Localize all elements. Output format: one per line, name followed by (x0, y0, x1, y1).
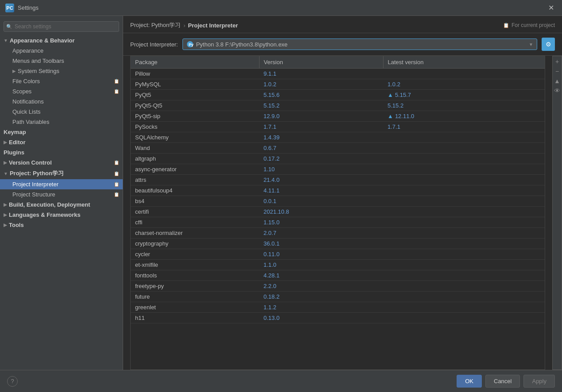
sidebar-item-editor[interactable]: ▶ Editor (0, 137, 123, 147)
table-row[interactable]: SQLAlchemy1.4.39 (131, 132, 545, 143)
package-name: async-generator (131, 164, 259, 175)
package-name: bs4 (131, 196, 259, 207)
table-row[interactable]: cryptography36.0.1 (131, 238, 545, 249)
package-version: 0.11.0 (259, 249, 383, 260)
content-area: Project: Python学习 › Project Interpreter … (123, 16, 562, 370)
add-package-button[interactable]: + (553, 57, 562, 66)
gear-button[interactable]: ⚙ (542, 38, 555, 51)
table-row[interactable]: et-xmlfile1.1.0 (131, 260, 545, 270)
table-row[interactable]: PyQt5-sip12.9.0▲12.11.0 (131, 111, 545, 122)
sidebar-item-menus-toolbars[interactable]: Menus and Toolbars (0, 56, 123, 66)
sidebar-item-path-variables[interactable]: Path Variables (0, 117, 123, 127)
search-box: 🔍 (4, 21, 119, 32)
package-latest: 1.7.1 (383, 122, 545, 132)
table-row[interactable]: fonttools4.28.1 (131, 270, 545, 281)
sidebar-item-quick-lists[interactable]: Quick Lists (0, 107, 123, 117)
packages-table-element: Package Version Latest version Pillow9.1… (131, 56, 545, 323)
package-version: 1.10 (259, 164, 383, 175)
ok-button[interactable]: OK (457, 375, 482, 388)
table-row[interactable]: bs40.0.1 (131, 196, 545, 207)
package-name: cryptography (131, 238, 259, 249)
table-header-row: Package Version Latest version (131, 56, 545, 69)
package-name: beautifulsoup4 (131, 185, 259, 196)
table-container: Package Version Latest version Pillow9.1… (123, 56, 562, 370)
copy-icon: 📋 (114, 160, 119, 165)
eye-button[interactable]: 👁 (553, 86, 562, 95)
package-version: 0.6.7 (259, 143, 383, 154)
chevron-right-icon: ▶ (4, 160, 7, 165)
table-row[interactable]: PyMySQL1.0.21.0.2 (131, 79, 545, 90)
table-row[interactable]: PyQt5-Qt55.15.25.15.2 (131, 100, 545, 111)
package-version: 21.4.0 (259, 175, 383, 185)
table-row[interactable]: h110.13.0 (131, 313, 545, 323)
copy-icon: 📋 (114, 79, 119, 84)
package-name: Wand (131, 143, 259, 154)
tag-text: For current project (512, 22, 555, 28)
sidebar-item-appearance-behavior[interactable]: ▼ Appearance & Behavior (0, 35, 123, 46)
close-button[interactable]: ✕ (546, 3, 557, 13)
package-version: 12.9.0 (259, 111, 383, 122)
sidebar-item-plugins[interactable]: Plugins (0, 147, 123, 158)
package-version: 4.11.1 (259, 185, 383, 196)
table-row[interactable]: charset-normalizer2.0.7 (131, 228, 545, 238)
sidebar-item-languages-frameworks[interactable]: ▶ Languages & Frameworks (0, 210, 123, 220)
sidebar-item-project-python[interactable]: ▼ Project: Python学习 📋 (0, 168, 123, 179)
table-row[interactable]: Wand0.6.7 (131, 143, 545, 154)
package-latest (383, 164, 545, 175)
table-row[interactable]: altgraph0.17.2 (131, 154, 545, 164)
sidebar-item-project-interpreter[interactable]: Project Interpreter 📋 (0, 179, 123, 189)
chevron-right-icon: ▶ (12, 69, 16, 73)
search-input[interactable] (4, 21, 119, 32)
table-row[interactable]: PySocks1.7.11.7.1 (131, 122, 545, 132)
package-name: attrs (131, 175, 259, 185)
apply-button[interactable]: Apply (523, 375, 555, 388)
gear-icon: ⚙ (546, 41, 551, 48)
table-row[interactable]: Pillow9.1.1 (131, 69, 545, 79)
table-row[interactable]: certifi2021.10.8 (131, 207, 545, 217)
chevron-down-icon: ▼ (4, 38, 8, 43)
sidebar-item-appearance[interactable]: Appearance (0, 46, 123, 56)
sidebar-item-tools[interactable]: ▶ Tools (0, 220, 123, 230)
table-row[interactable]: cffi1.15.0 (131, 217, 545, 228)
interpreter-dropdown[interactable]: Py Python 3.8 F:\Python3.8\python.exe ▼ (182, 38, 537, 50)
sidebar-item-file-colors[interactable]: File Colors 📋 (0, 76, 123, 86)
table-row[interactable]: future0.18.2 (131, 292, 545, 302)
sidebar-item-system-settings[interactable]: ▶ System Settings (0, 66, 123, 76)
package-name: PySocks (131, 122, 259, 132)
package-version: 1.0.2 (259, 79, 383, 90)
copy-icon: 📋 (114, 171, 119, 176)
sidebar-item-version-control[interactable]: ▶ Version Control 📋 (0, 158, 123, 168)
table-row[interactable]: freetype-py2.2.0 (131, 281, 545, 292)
interpreter-row: Project Interpreter: Py Python 3.8 F:\Py… (123, 33, 562, 56)
packages-table[interactable]: Package Version Latest version Pillow9.1… (130, 56, 545, 370)
sidebar-item-project-structure[interactable]: Project Structure 📋 (0, 189, 123, 200)
package-latest (383, 270, 545, 281)
sidebar-item-scopes[interactable]: Scopes 📋 (0, 86, 123, 96)
package-latest: 5.15.2 (383, 100, 545, 111)
svg-text:Py: Py (189, 42, 194, 47)
title-bar: PC Settings ✕ (0, 0, 562, 16)
package-name: PyMySQL (131, 79, 259, 90)
table-row[interactable]: async-generator1.10 (131, 164, 545, 175)
upgrade-package-button[interactable]: ▲ (553, 77, 562, 85)
package-latest (383, 143, 545, 154)
table-row[interactable]: beautifulsoup44.11.1 (131, 185, 545, 196)
remove-package-button[interactable]: − (553, 67, 562, 76)
table-row[interactable]: cycler0.11.0 (131, 249, 545, 260)
tag-icon: 📋 (503, 23, 509, 28)
sidebar-item-notifications[interactable]: Notifications (0, 96, 123, 107)
package-name: et-xmlfile (131, 260, 259, 270)
package-latest (383, 249, 545, 260)
table-row[interactable]: attrs21.4.0 (131, 175, 545, 185)
sidebar-item-build-execution[interactable]: ▶ Build, Execution, Deployment (0, 200, 123, 210)
package-name: charset-normalizer (131, 228, 259, 238)
chevron-right-icon: ▶ (4, 140, 7, 145)
sidebar-item-keymap[interactable]: Keymap (0, 127, 123, 137)
help-button[interactable]: ? (7, 376, 18, 387)
package-version: 0.18.2 (259, 292, 383, 302)
table-row[interactable]: PyQt55.15.6▲5.15.7 (131, 90, 545, 100)
cancel-button[interactable]: Cancel (485, 375, 520, 388)
package-latest (383, 132, 545, 143)
table-row[interactable]: greenlet1.1.2 (131, 302, 545, 313)
window-title: Settings (18, 4, 39, 11)
